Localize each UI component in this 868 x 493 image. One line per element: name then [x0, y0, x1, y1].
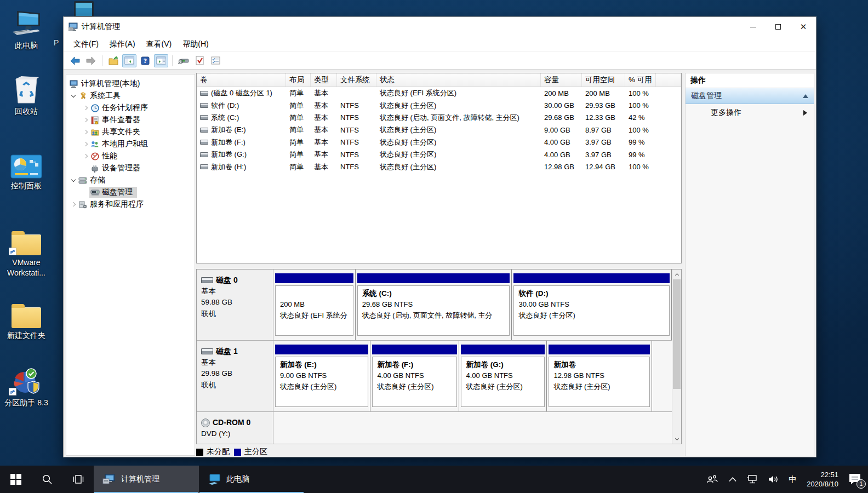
console-tree-toggle-icon[interactable]: [122, 54, 136, 67]
desktop-icon-label: 新建文件夹: [1, 330, 52, 341]
desktop-icon-partition-assistant[interactable]: 分区助手 8.3: [1, 366, 52, 408]
column-header-status[interactable]: 状态: [376, 73, 541, 87]
expand-arrow-icon[interactable]: [70, 203, 77, 206]
console-tree: 计算机管理(本地) 系统工具 任务计划程序 事件查看器 共享文件夹: [66, 74, 195, 456]
expand-arrow-icon[interactable]: [82, 142, 89, 146]
tree-item-storage[interactable]: 存储: [66, 174, 195, 186]
graph-scrollbar[interactable]: [672, 270, 681, 444]
partition[interactable]: 软件 (D:) 30.00 GB NTFS 状态良好 (主分区): [512, 270, 672, 340]
notification-center-button[interactable]: 1: [848, 472, 863, 486]
tree-item-local-users-groups[interactable]: 本地用户和组: [66, 138, 195, 150]
disk-1-info[interactable]: 磁盘 1 基本 29.98 GB 联机: [197, 341, 273, 411]
task-view-button[interactable]: [62, 466, 94, 493]
desktop-icon-new-folder[interactable]: 新建文件夹: [1, 299, 52, 341]
help-icon[interactable]: ?: [138, 54, 152, 67]
disk-0-info[interactable]: 磁盘 0 基本 59.88 GB 联机: [197, 270, 273, 340]
tree-item-shared-folders[interactable]: 共享文件夹: [66, 126, 195, 138]
actions-header: 操作: [686, 73, 814, 88]
expand-arrow-icon[interactable]: [70, 95, 77, 97]
action-pane-toggle-icon[interactable]: [154, 54, 168, 67]
scrollbar-thumb[interactable]: [673, 279, 681, 389]
expand-arrow-icon[interactable]: [70, 180, 77, 181]
column-header-capacity[interactable]: 容量: [541, 73, 582, 87]
tree-item-performance[interactable]: 性能: [66, 150, 195, 162]
hidden-desktop-icon-monitor[interactable]: [72, 0, 96, 16]
partition[interactable]: 新加卷 (G:) 4.00 GB NTFS 状态良好 (主分区): [459, 341, 547, 411]
column-header-percent-free[interactable]: % 可用: [625, 73, 656, 87]
tree-item-event-viewer[interactable]: 事件查看器: [66, 114, 195, 126]
toolbar: ?: [64, 52, 816, 70]
taskbar-button-this-pc[interactable]: 此电脑: [199, 466, 304, 493]
volume-row[interactable]: 新加卷 (H:) 简单 基本 NTFS 状态良好 (主分区) 12.98 GB …: [197, 160, 681, 173]
legend-swatch: [234, 449, 241, 456]
column-header-free-space[interactable]: 可用空间: [582, 73, 625, 87]
tree-item-disk-management[interactable]: 磁盘管理: [66, 186, 195, 198]
properties-icon[interactable]: [192, 54, 207, 67]
expand-arrow-icon[interactable]: [82, 118, 89, 122]
people-icon[interactable]: [706, 474, 718, 484]
forward-icon[interactable]: [84, 54, 98, 67]
minimize-button[interactable]: [740, 17, 766, 37]
device-manager-icon: [89, 164, 100, 173]
disk-tool-icon[interactable]: [176, 54, 191, 67]
column-header-filesystem[interactable]: 文件系统: [337, 73, 376, 87]
disk-management-icon: [89, 190, 100, 196]
search-button[interactable]: [31, 466, 62, 493]
desktop-icon-vmware-folder[interactable]: VMware Workstati...: [1, 226, 52, 278]
tree-item-computer-management[interactable]: 计算机管理(本地): [66, 78, 195, 90]
window-title: 计算机管理: [82, 22, 120, 32]
menu-file[interactable]: 文件(F): [68, 38, 104, 51]
tree-item-task-scheduler[interactable]: 任务计划程序: [66, 102, 195, 114]
back-icon[interactable]: [68, 54, 82, 67]
volume-row[interactable]: 系统 (C:) 简单 基本 NTFS 状态良好 (启动, 页面文件, 故障转储,…: [197, 112, 681, 124]
column-header-layout[interactable]: 布局: [286, 73, 311, 87]
menu-help[interactable]: 帮助(H): [177, 38, 214, 51]
tree-item-services-applications[interactable]: 服务和应用程序: [66, 198, 195, 210]
network-icon[interactable]: [747, 474, 758, 484]
desktop-icon-this-pc[interactable]: 此电脑: [1, 9, 52, 51]
local-users-icon: [89, 140, 100, 148]
partition[interactable]: 新加卷 (E:) 9.00 GB NTFS 状态良好 (主分区): [273, 341, 370, 411]
list-options-icon[interactable]: [208, 54, 222, 67]
volume-row[interactable]: (磁盘 0 磁盘分区 1) 简单 基本 状态良好 (EFI 系统分区) 200 …: [197, 87, 681, 99]
volume-icon[interactable]: [768, 474, 779, 484]
start-button[interactable]: [0, 466, 31, 493]
column-header-volume[interactable]: 卷: [197, 73, 286, 87]
volume-row[interactable]: 新加卷 (E:) 简单 基本 NTFS 状态良好 (主分区) 9.00 GB 8…: [197, 124, 681, 136]
actions-group-disk-management[interactable]: 磁盘管理: [686, 88, 814, 104]
more-actions-item[interactable]: 更多操作: [686, 104, 814, 122]
volume-row[interactable]: 新加卷 (F:) 简单 基本 NTFS 状态良好 (主分区) 4.00 GB 3…: [197, 136, 681, 148]
partition[interactable]: 200 MB 状态良好 (EFI 系统分: [273, 270, 356, 340]
export-list-icon[interactable]: [106, 54, 121, 67]
expand-arrow-icon[interactable]: [82, 154, 89, 158]
volume-row[interactable]: 新加卷 (G:) 简单 基本 NTFS 状态良好 (主分区) 4.00 GB 3…: [197, 148, 681, 160]
ime-indicator[interactable]: 中: [789, 474, 797, 485]
column-header-type[interactable]: 类型: [311, 73, 337, 87]
menu-view[interactable]: 查看(V): [141, 38, 178, 51]
recycle-bin-icon: [1, 74, 52, 104]
volume-row[interactable]: 软件 (D:) 简单 基本 NTFS 状态良好 (主分区) 30.00 GB 2…: [197, 99, 681, 111]
submenu-arrow-icon: [803, 110, 807, 116]
volume-list: 卷 布局 类型 文件系统 状态 容量 可用空间 % 可用 (磁盘 0 磁盘分区 …: [196, 73, 682, 263]
partition[interactable]: 新加卷 12.98 GB NTFS 状态良好 (主分区): [547, 341, 652, 411]
maximize-button[interactable]: [766, 17, 791, 37]
clock[interactable]: 22:51 2020/8/10: [807, 470, 838, 489]
titlebar[interactable]: 计算机管理 ✕: [64, 17, 816, 37]
expand-arrow-icon[interactable]: [82, 130, 89, 134]
expand-arrow-icon[interactable]: [82, 106, 89, 110]
taskbar-button-computer-management[interactable]: 计算机管理: [94, 466, 199, 493]
menu-action[interactable]: 操作(A): [104, 38, 141, 51]
partition[interactable]: 系统 (C:) 29.68 GB NTFS 状态良好 (启动, 页面文件, 故障…: [356, 270, 512, 340]
desktop-icon-recycle-bin[interactable]: 回收站: [1, 74, 52, 117]
close-button[interactable]: ✕: [791, 17, 816, 37]
tree-item-device-manager[interactable]: 设备管理器: [66, 162, 195, 174]
desktop-icon-control-panel[interactable]: 控制面板: [1, 149, 52, 191]
scroll-down-icon[interactable]: [672, 434, 681, 444]
partition[interactable]: 新加卷 (F:) 4.00 GB NTFS 状态良好 (主分区): [370, 341, 459, 411]
tray-expand-icon[interactable]: [728, 477, 737, 482]
tree-item-system-tools[interactable]: 系统工具: [66, 90, 195, 102]
cdrom-info[interactable]: CD-ROM 0 DVD (Y:): [197, 412, 273, 444]
search-icon: [42, 474, 53, 485]
collapse-icon[interactable]: [803, 94, 808, 98]
scroll-up-icon[interactable]: [672, 270, 681, 279]
